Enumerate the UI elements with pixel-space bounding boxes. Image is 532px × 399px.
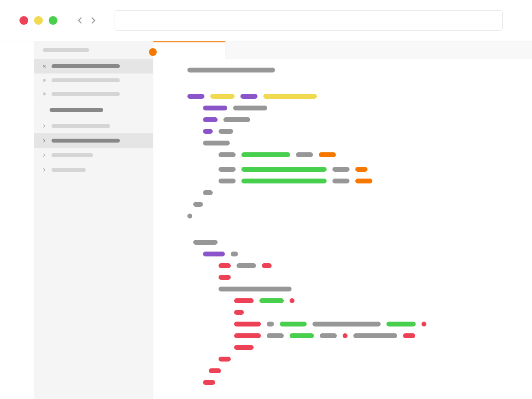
- code-editor[interactable]: [153, 59, 532, 399]
- code-token: [219, 357, 231, 362]
- modified-indicator-icon: [149, 48, 157, 56]
- nav-back-button[interactable]: [75, 16, 85, 25]
- code-token: [193, 240, 218, 245]
- code-token: [319, 152, 336, 157]
- code-token: [234, 333, 261, 338]
- workspace: [34, 41, 532, 399]
- code-token: [386, 322, 416, 326]
- sidebar-folder-2[interactable]: [34, 133, 153, 148]
- code-line: [193, 240, 532, 245]
- code-token: [259, 298, 284, 303]
- code-token: [234, 322, 261, 326]
- sidebar-section-header: [34, 101, 153, 119]
- code-token: [187, 68, 275, 73]
- code-line: [187, 214, 532, 218]
- code-token: [209, 368, 221, 373]
- code-line: [209, 368, 532, 373]
- code-token: [219, 179, 236, 183]
- code-token: [187, 214, 192, 218]
- sidebar-top-section: [34, 41, 153, 101]
- code-line: [187, 68, 532, 73]
- window-close-button[interactable]: [19, 16, 28, 25]
- nav-forward-button[interactable]: [89, 16, 98, 25]
- code-line: [234, 310, 532, 315]
- code-token: [355, 167, 367, 172]
- code-line: [203, 117, 532, 122]
- chevron-right-icon: [42, 124, 47, 128]
- code-token: [332, 167, 349, 172]
- bullet-icon: [43, 79, 46, 82]
- sidebar-item-label: [52, 139, 120, 143]
- code-line: [203, 380, 532, 385]
- window-controls: [19, 16, 57, 25]
- window-maximize-button[interactable]: [49, 16, 57, 25]
- sidebar-open-file-2[interactable]: [34, 73, 153, 87]
- code-token: [267, 333, 284, 338]
- code-token: [234, 310, 244, 315]
- sidebar-folder-1[interactable]: [34, 119, 153, 133]
- sidebar-header-label: [43, 48, 89, 52]
- code-token: [203, 106, 227, 110]
- sidebar-folder-4[interactable]: [34, 163, 153, 177]
- code-token: [203, 252, 225, 256]
- close-icon[interactable]: [42, 64, 47, 69]
- code-line: [203, 106, 532, 110]
- sidebar-header-label: [50, 108, 103, 112]
- address-bar[interactable]: [114, 10, 503, 31]
- code-token: [332, 179, 349, 183]
- sidebar-open-file-1[interactable]: [34, 59, 153, 73]
- code-token: [290, 298, 294, 303]
- code-token: [193, 202, 203, 207]
- chevron-right-icon: [42, 153, 47, 158]
- code-token: [312, 322, 381, 326]
- code-token: [219, 129, 233, 134]
- code-line: [203, 141, 532, 145]
- code-token: [237, 263, 256, 268]
- code-line: [203, 129, 532, 134]
- code-token: [233, 106, 267, 110]
- code-token: [203, 117, 218, 122]
- code-token: [223, 117, 250, 122]
- code-token: [203, 141, 230, 145]
- code-token: [320, 333, 337, 338]
- code-token: [219, 287, 292, 291]
- code-token: [187, 94, 204, 99]
- code-token: [203, 190, 213, 195]
- sidebar-open-file-3[interactable]: [34, 87, 153, 101]
- code-line: [203, 190, 532, 195]
- sidebar-item-label: [52, 64, 120, 68]
- code-token: [290, 333, 314, 338]
- code-token: [241, 152, 290, 157]
- code-token: [203, 129, 213, 134]
- sidebar-folder-3[interactable]: [34, 148, 153, 163]
- code-line: [203, 252, 532, 256]
- code-line: [234, 322, 532, 326]
- code-line: [219, 287, 532, 291]
- code-line: [193, 202, 532, 207]
- code-token: [353, 333, 397, 338]
- browser-chrome: [0, 0, 532, 41]
- editor-area: [153, 41, 532, 399]
- tab-active[interactable]: [153, 41, 225, 59]
- code-line: [234, 345, 532, 350]
- code-line: [219, 263, 532, 268]
- code-line: [234, 333, 532, 338]
- code-token: [241, 179, 327, 183]
- window-minimize-button[interactable]: [34, 16, 43, 25]
- code-token: [210, 94, 235, 99]
- code-token: [262, 263, 272, 268]
- bullet-icon: [43, 92, 46, 95]
- code-token: [234, 298, 254, 303]
- code-line: [187, 94, 532, 99]
- sidebar-item-label: [52, 78, 120, 82]
- sidebar-item-label: [52, 153, 93, 157]
- code-token: [343, 333, 348, 338]
- code-token: [203, 380, 215, 385]
- code-line: [219, 275, 532, 280]
- code-line: [219, 152, 532, 157]
- code-token: [267, 322, 274, 326]
- code-token: [263, 94, 317, 99]
- sidebar: [34, 41, 153, 399]
- code-line: [219, 167, 532, 172]
- code-token: [219, 275, 231, 280]
